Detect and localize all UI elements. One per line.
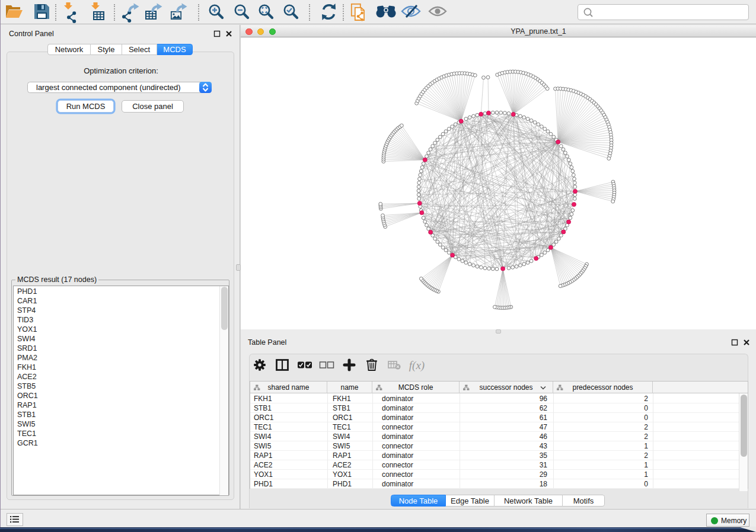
svg-text:f(x): f(x) <box>409 359 425 372</box>
